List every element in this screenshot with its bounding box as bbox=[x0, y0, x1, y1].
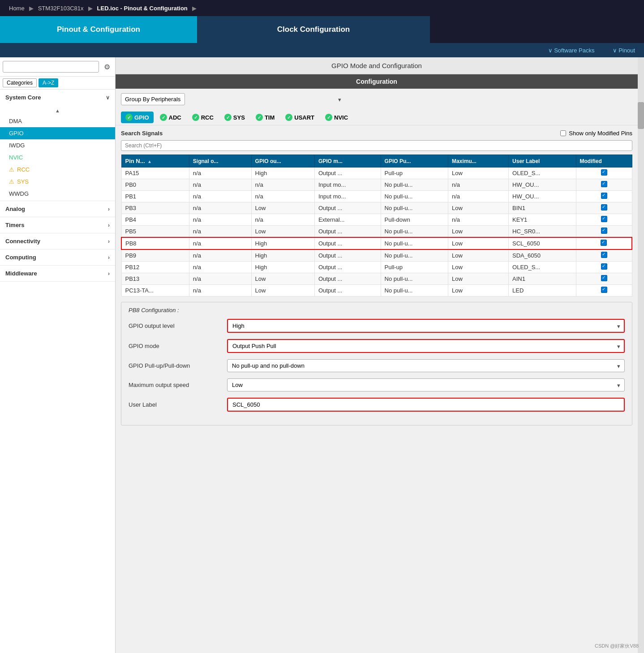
topbar: Home ▶ STM32F103C81x ▶ LED.ioc - Pinout … bbox=[0, 0, 644, 16]
search-signals-label: Search Signals bbox=[121, 130, 163, 137]
modified-checkbox[interactable] bbox=[601, 263, 607, 270]
connectivity-header[interactable]: Connectivity › bbox=[0, 233, 115, 249]
config-text-user-label[interactable] bbox=[227, 398, 625, 412]
modified-checkbox[interactable] bbox=[601, 252, 607, 258]
table-row[interactable]: PB4n/an/aExternal...Pull-downn/aKEY1 bbox=[121, 214, 632, 226]
timers-header[interactable]: Timers › bbox=[0, 217, 115, 233]
sidebar: ⚙ Categories A->Z System Core ∨ ▲ DMA GP… bbox=[0, 57, 116, 653]
sidebar-scroll-up[interactable]: ▲ bbox=[0, 106, 115, 115]
config-row: User Label bbox=[129, 398, 625, 412]
group-by-select[interactable]: Group By Peripherals bbox=[121, 93, 185, 105]
topbar-chevron-2: ▶ bbox=[88, 5, 93, 12]
gear-icon[interactable]: ⚙ bbox=[102, 61, 112, 72]
peripheral-tab-gpio[interactable]: ✓ GPIO bbox=[121, 112, 154, 123]
computing-header[interactable]: Computing › bbox=[0, 249, 115, 265]
config-select-gpio-pull-up/pull-down[interactable]: No pull-up and no pull-down bbox=[227, 359, 625, 372]
sys-warn-icon: ⚠ bbox=[9, 178, 14, 185]
sub-header-pinout[interactable]: ∨ Pinout bbox=[613, 47, 635, 54]
topbar-chevron-3: ▶ bbox=[192, 5, 197, 12]
modified-checkbox[interactable] bbox=[601, 228, 607, 234]
modified-checkbox[interactable] bbox=[601, 169, 607, 176]
col-user-label[interactable]: User Label bbox=[509, 155, 576, 168]
middleware-header[interactable]: Middleware › bbox=[0, 266, 115, 281]
col-gpio-mode[interactable]: GPIO m... bbox=[314, 155, 381, 168]
table-wrapper: Pin N... ▲ Signal o... GPIO ou... GPIO m… bbox=[121, 155, 632, 296]
computing-chevron: › bbox=[108, 254, 110, 261]
sidebar-item-sys[interactable]: ⚠ SYS bbox=[0, 176, 115, 188]
config-select-maximum-output-speed[interactable]: Low bbox=[227, 378, 625, 391]
sidebar-item-nvic[interactable]: NVIC bbox=[0, 151, 115, 163]
col-modified[interactable]: Modified bbox=[576, 155, 632, 168]
tab-pinout[interactable]: Pinout & Configuration bbox=[0, 16, 197, 43]
config-row: GPIO modeOutput Push Pull bbox=[129, 339, 625, 353]
sidebar-item-rcc[interactable]: ⚠ RCC bbox=[0, 163, 115, 176]
table-row[interactable]: PB3n/aLowOutput ...No pull-u...LowBIN1 bbox=[121, 202, 632, 214]
search-signals-input[interactable] bbox=[121, 140, 632, 151]
rcc-warn-icon: ⚠ bbox=[9, 166, 14, 173]
sidebar-section-system-core: System Core ∨ ▲ DMA GPIO IWDG NVIC ⚠ RCC… bbox=[0, 90, 115, 201]
pb8-config-rows: GPIO output levelHighGPIO modeOutput Pus… bbox=[129, 319, 625, 412]
table-row[interactable]: PB12n/aHighOutput ...Pull-upLowOLED_S... bbox=[121, 262, 632, 273]
config-row: Maximum output speedLow bbox=[129, 378, 625, 391]
modified-checkbox[interactable] bbox=[601, 275, 607, 281]
system-core-header[interactable]: System Core ∨ bbox=[0, 90, 115, 105]
topbar-home[interactable]: Home bbox=[5, 5, 28, 12]
table-row[interactable]: PB8n/aHighOutput ...No pull-u...LowSCL_6… bbox=[121, 237, 632, 249]
peripheral-tab-tim[interactable]: ✓ TIM bbox=[251, 112, 279, 123]
sidebar-tabs: Categories A->Z bbox=[0, 77, 115, 90]
sidebar-item-iwdg[interactable]: IWDG bbox=[0, 139, 115, 151]
modified-checkbox[interactable] bbox=[601, 240, 607, 246]
table-row[interactable]: PC13-TA...n/aLowOutput ...No pull-u...Lo… bbox=[121, 285, 632, 296]
sidebar-item-gpio[interactable]: GPIO bbox=[0, 127, 115, 139]
sidebar-item-wwdg[interactable]: WWDG bbox=[0, 188, 115, 200]
peripheral-tab-sys[interactable]: ✓ SYS bbox=[220, 112, 249, 123]
show-modified-row: Show only Modified Pins bbox=[560, 130, 632, 137]
scrollbar[interactable] bbox=[638, 57, 644, 653]
show-modified-checkbox[interactable] bbox=[560, 130, 566, 136]
modified-checkbox[interactable] bbox=[601, 181, 607, 187]
config-row: GPIO output levelHigh bbox=[129, 319, 625, 333]
sidebar-item-dma[interactable]: DMA bbox=[0, 115, 115, 127]
usart-check-icon: ✓ bbox=[285, 114, 292, 121]
modified-checkbox[interactable] bbox=[601, 216, 607, 222]
peripheral-tab-usart[interactable]: ✓ USART bbox=[281, 112, 319, 123]
peripheral-tab-rcc[interactable]: ✓ RCC bbox=[188, 112, 218, 123]
sidebar-tab-categories[interactable]: Categories bbox=[3, 78, 37, 87]
col-gpio-out[interactable]: GPIO ou... bbox=[251, 155, 314, 168]
modified-checkbox[interactable] bbox=[601, 193, 607, 199]
adc-check-icon: ✓ bbox=[160, 114, 167, 121]
col-gpio-pu[interactable]: GPIO Pu... bbox=[381, 155, 448, 168]
system-core-chevron: ∨ bbox=[106, 95, 110, 101]
sidebar-section-computing: Computing › bbox=[0, 249, 115, 266]
table-row[interactable]: PA15n/aHighOutput ...Pull-upLowOLED_S... bbox=[121, 168, 632, 179]
tim-check-icon: ✓ bbox=[256, 114, 263, 121]
modified-checkbox[interactable] bbox=[601, 287, 607, 293]
sidebar-section-middleware: Middleware › bbox=[0, 266, 115, 282]
topbar-device[interactable]: STM32F103C81x bbox=[34, 5, 87, 12]
topbar-file[interactable]: LED.ioc - Pinout & Configuration bbox=[94, 5, 191, 12]
content-title: GPIO Mode and Configuration bbox=[116, 57, 638, 74]
sidebar-tab-az[interactable]: A->Z bbox=[39, 78, 58, 87]
content-area: GPIO Mode and Configuration Configuratio… bbox=[116, 57, 638, 653]
table-row[interactable]: PB1n/an/aInput mo...No pull-u...n/aHW_OU… bbox=[121, 191, 632, 202]
table-row[interactable]: PB0n/an/aInput mo...No pull-u...n/aHW_OU… bbox=[121, 179, 632, 191]
sidebar-search-input[interactable] bbox=[3, 61, 99, 73]
analog-header[interactable]: Analog › bbox=[0, 201, 115, 217]
modified-checkbox[interactable] bbox=[601, 204, 607, 211]
sys-check-icon: ✓ bbox=[224, 114, 232, 121]
table-row[interactable]: PB13n/aLowOutput ...No pull-u...LowAIN1 bbox=[121, 273, 632, 285]
gpio-table: Pin N... ▲ Signal o... GPIO ou... GPIO m… bbox=[121, 155, 632, 296]
col-pin[interactable]: Pin N... ▲ bbox=[121, 155, 189, 168]
col-signal[interactable]: Signal o... bbox=[189, 155, 251, 168]
table-row[interactable]: PB9n/aHighOutput ...No pull-u...LowSDA_6… bbox=[121, 249, 632, 262]
config-select-gpio-mode[interactable]: Output Push Pull bbox=[227, 339, 625, 353]
col-max-speed[interactable]: Maximu... bbox=[448, 155, 509, 168]
config-select-gpio-output-level[interactable]: High bbox=[227, 319, 625, 333]
config-row: GPIO Pull-up/Pull-downNo pull-up and no … bbox=[129, 359, 625, 372]
peripheral-tab-adc[interactable]: ✓ ADC bbox=[155, 112, 186, 123]
tab-clock[interactable]: Clock Configuration bbox=[197, 16, 430, 43]
table-row[interactable]: PB5n/aLowOutput ...No pull-u...LowHC_SR0… bbox=[121, 226, 632, 238]
scrollbar-thumb[interactable] bbox=[638, 102, 644, 129]
peripheral-tab-nvic[interactable]: ✓ NVIC bbox=[321, 112, 352, 123]
sub-header-software-packs[interactable]: ∨ Software Packs bbox=[548, 47, 595, 54]
